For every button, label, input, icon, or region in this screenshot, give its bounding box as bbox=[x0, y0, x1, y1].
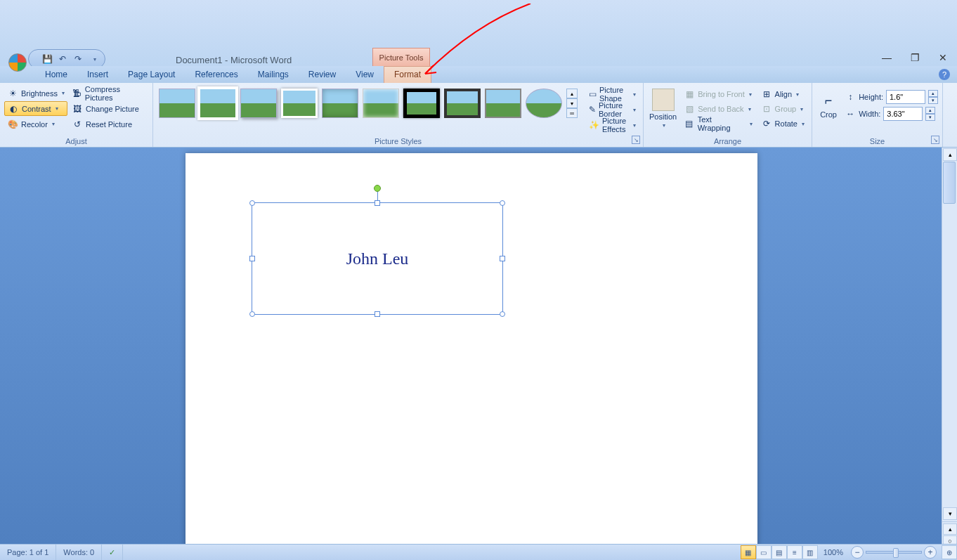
full-screen-view[interactable]: ▭ bbox=[756, 545, 772, 559]
chevron-down-icon: ▾ bbox=[633, 107, 636, 113]
gallery-more-button[interactable]: ═ bbox=[566, 108, 578, 118]
style-thumb-8[interactable] bbox=[444, 89, 481, 118]
style-thumb-3[interactable] bbox=[240, 89, 277, 118]
proofing-button[interactable]: ✓ bbox=[102, 545, 123, 560]
tab-page-layout[interactable]: Page Layout bbox=[118, 66, 185, 83]
window-controls: — ❐ ✕ bbox=[880, 51, 950, 65]
tab-view[interactable]: View bbox=[346, 66, 384, 83]
prev-page-button[interactable]: ▴ bbox=[943, 523, 957, 535]
group-label-styles: Picture Styles bbox=[153, 137, 643, 145]
undo-icon[interactable]: ↶ bbox=[57, 53, 68, 65]
scroll-thumb[interactable] bbox=[943, 162, 956, 204]
picture-border-button[interactable]: ✎Picture Border▾ bbox=[586, 103, 639, 117]
height-up[interactable]: ▴ bbox=[928, 90, 938, 97]
text-wrapping-button[interactable]: ▤Text Wrapping▾ bbox=[681, 117, 755, 131]
ribbon-tabs: Home Insert Page Layout References Maili… bbox=[0, 66, 957, 83]
tab-references[interactable]: References bbox=[185, 66, 247, 83]
document-page[interactable]: John Leu bbox=[185, 153, 757, 544]
contextual-tab-label: Picture Tools bbox=[372, 48, 430, 66]
handle-w[interactable] bbox=[249, 256, 255, 261]
chevron-down-icon: ▾ bbox=[52, 121, 55, 127]
handle-nw[interactable] bbox=[249, 200, 255, 206]
ribbon: ☀Brightness▾ ◐Contrast▾ 🎨Recolor▾ 🗜Compr… bbox=[0, 83, 957, 148]
tab-home[interactable]: Home bbox=[35, 66, 77, 83]
handle-e[interactable] bbox=[500, 256, 505, 261]
width-input[interactable] bbox=[883, 107, 923, 121]
change-picture-icon: 🖼 bbox=[72, 103, 83, 115]
gallery-up-button[interactable]: ▴ bbox=[566, 89, 578, 98]
scroll-track[interactable] bbox=[942, 204, 957, 507]
change-picture-button[interactable]: 🖼Change Picture bbox=[69, 101, 148, 116]
zoom-slider-thumb[interactable] bbox=[893, 548, 899, 558]
style-thumb-7[interactable] bbox=[403, 89, 440, 118]
zoom-out-button[interactable]: − bbox=[851, 546, 864, 559]
brightness-button[interactable]: ☀Brightness▾ bbox=[4, 86, 67, 100]
print-layout-view[interactable]: ▦ bbox=[741, 545, 756, 559]
size-dialog-launcher[interactable]: ↘ bbox=[931, 136, 939, 144]
tab-mailings[interactable]: Mailings bbox=[248, 66, 299, 83]
tab-insert[interactable]: Insert bbox=[77, 66, 118, 83]
rotation-handle[interactable] bbox=[374, 185, 381, 192]
maximize-button[interactable]: ❐ bbox=[908, 51, 922, 65]
outline-view[interactable]: ≡ bbox=[787, 545, 802, 559]
handle-n[interactable] bbox=[375, 200, 380, 206]
handle-ne[interactable] bbox=[500, 200, 505, 206]
redo-icon[interactable]: ↷ bbox=[72, 53, 84, 65]
minimize-button[interactable]: — bbox=[880, 51, 894, 65]
draft-view[interactable]: ▥ bbox=[802, 545, 818, 559]
zoom-in-button[interactable]: + bbox=[924, 546, 937, 559]
compress-pictures-button[interactable]: 🗜Compress Pictures bbox=[69, 86, 148, 100]
style-thumb-10[interactable] bbox=[526, 89, 562, 118]
bring-to-front-button[interactable]: ▦Bring to Front▾ bbox=[681, 87, 755, 101]
handle-s[interactable] bbox=[375, 311, 380, 317]
help-icon[interactable]: ? bbox=[939, 69, 950, 80]
height-down[interactable]: ▾ bbox=[928, 97, 938, 104]
zoom-slider[interactable] bbox=[866, 551, 922, 554]
close-button[interactable]: ✕ bbox=[936, 51, 950, 65]
selected-picture[interactable]: John Leu bbox=[252, 202, 503, 315]
handle-sw[interactable] bbox=[249, 311, 255, 317]
zoom-level[interactable]: 100% bbox=[818, 548, 849, 556]
style-thumb-5[interactable] bbox=[322, 89, 358, 118]
vertical-scrollbar: ▴ ▾ ▴ ○ ▾ bbox=[942, 148, 957, 544]
rotate-button[interactable]: ⟳Rotate▾ bbox=[758, 117, 807, 131]
height-label: Height: bbox=[859, 93, 883, 101]
position-icon bbox=[652, 89, 675, 111]
tab-review[interactable]: Review bbox=[299, 66, 346, 83]
page-status[interactable]: Page: 1 of 1 bbox=[0, 545, 56, 560]
style-thumb-9[interactable] bbox=[485, 89, 521, 118]
gallery-down-button[interactable]: ▾ bbox=[566, 98, 578, 108]
word-count[interactable]: Words: 0 bbox=[56, 545, 102, 560]
styles-dialog-launcher[interactable]: ↘ bbox=[632, 136, 640, 144]
brightness-icon: ☀ bbox=[7, 88, 18, 99]
scroll-down-button[interactable]: ▾ bbox=[943, 507, 957, 520]
align-button[interactable]: ⊞Align▾ bbox=[758, 87, 807, 101]
send-to-back-button[interactable]: ▧Send to Back▾ bbox=[681, 102, 755, 116]
style-thumb-2[interactable] bbox=[200, 89, 236, 118]
handle-se[interactable] bbox=[500, 311, 505, 317]
style-thumb-4[interactable] bbox=[281, 89, 318, 118]
height-input[interactable] bbox=[886, 90, 925, 104]
compress-icon: 🗜 bbox=[72, 88, 82, 99]
picture-effects-button[interactable]: ✨Picture Effects▾ bbox=[586, 118, 639, 132]
picture-shape-button[interactable]: ▭Picture Shape▾ bbox=[586, 87, 639, 101]
contrast-button[interactable]: ◐Contrast▾ bbox=[4, 101, 67, 116]
web-layout-view[interactable]: ▤ bbox=[772, 545, 787, 559]
crop-button[interactable]: ⌐ Crop bbox=[816, 92, 840, 119]
position-button[interactable]: Position ▾ bbox=[648, 87, 678, 131]
width-down[interactable]: ▾ bbox=[925, 114, 935, 121]
group-label-size: Size bbox=[812, 137, 942, 145]
reset-picture-button[interactable]: ↺Reset Picture bbox=[69, 117, 148, 131]
zoom-fit-button[interactable]: ⊕ bbox=[942, 545, 957, 559]
group-button[interactable]: ⊡Group▾ bbox=[758, 102, 807, 116]
tab-format[interactable]: Format bbox=[384, 66, 431, 83]
recolor-button[interactable]: 🎨Recolor▾ bbox=[4, 117, 67, 131]
scroll-up-button[interactable]: ▴ bbox=[943, 148, 957, 161]
style-thumb-1[interactable] bbox=[159, 89, 195, 118]
qat-customize-icon[interactable]: ▾ bbox=[89, 53, 100, 65]
group-size: ⌐ Crop ↕ Height: ▴▾ ↔ Width: ▴▾ Size ↘ bbox=[812, 83, 943, 147]
save-icon[interactable]: 💾 bbox=[41, 53, 53, 65]
style-thumb-6[interactable] bbox=[363, 89, 399, 118]
office-button[interactable] bbox=[8, 53, 27, 72]
width-up[interactable]: ▴ bbox=[925, 107, 935, 114]
